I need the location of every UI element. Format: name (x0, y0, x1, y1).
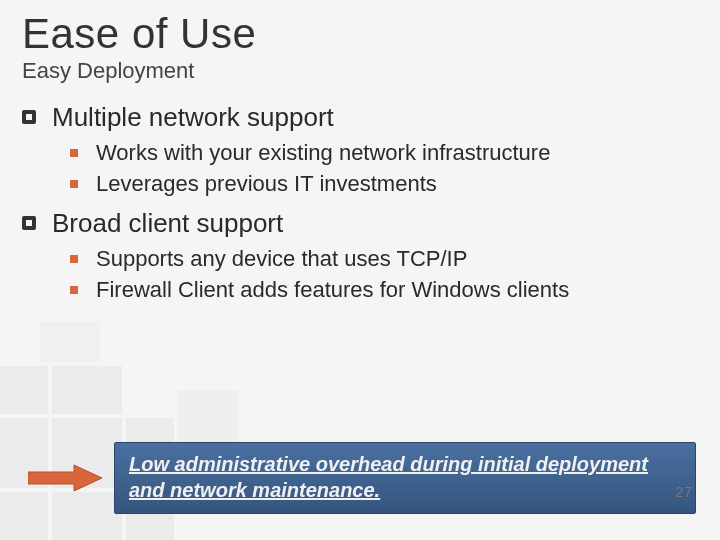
bullet-text: Broad client support (52, 208, 283, 239)
hollow-square-icon (22, 110, 36, 124)
bullet-level1: Multiple network support (22, 102, 698, 133)
filled-square-icon (70, 149, 78, 157)
sub-bullet-text: Firewall Client adds features for Window… (96, 276, 569, 305)
sub-bullet-list: Supports any device that uses TCP/IP Fir… (70, 245, 698, 304)
bullet-level2: Supports any device that uses TCP/IP (70, 245, 698, 274)
sub-bullet-list: Works with your existing network infrast… (70, 139, 698, 198)
sub-bullet-text: Works with your existing network infrast… (96, 139, 550, 168)
slide-title: Ease of Use (22, 10, 698, 58)
sub-bullet-text: Leverages previous IT investments (96, 170, 437, 199)
bullet-list: Multiple network support Works with your… (22, 102, 698, 304)
callout-box: Low administrative overhead during initi… (114, 442, 696, 514)
filled-square-icon (70, 180, 78, 188)
bullet-level2: Leverages previous IT investments (70, 170, 698, 199)
sub-bullet-text: Supports any device that uses TCP/IP (96, 245, 467, 274)
slide-content: Ease of Use Easy Deployment Multiple net… (0, 0, 720, 304)
slide-subtitle: Easy Deployment (22, 58, 698, 84)
filled-square-icon (70, 255, 78, 263)
slide-number: 27 (675, 483, 692, 500)
svg-marker-0 (28, 465, 102, 491)
arrow-right-icon (28, 463, 104, 493)
bullet-level1: Broad client support (22, 208, 698, 239)
bullet-level2: Works with your existing network infrast… (70, 139, 698, 168)
bullet-text: Multiple network support (52, 102, 334, 133)
callout-row: Low administrative overhead during initi… (0, 442, 720, 514)
callout-text: Low administrative overhead during initi… (129, 453, 648, 501)
bullet-level2: Firewall Client adds features for Window… (70, 276, 698, 305)
filled-square-icon (70, 286, 78, 294)
hollow-square-icon (22, 216, 36, 230)
